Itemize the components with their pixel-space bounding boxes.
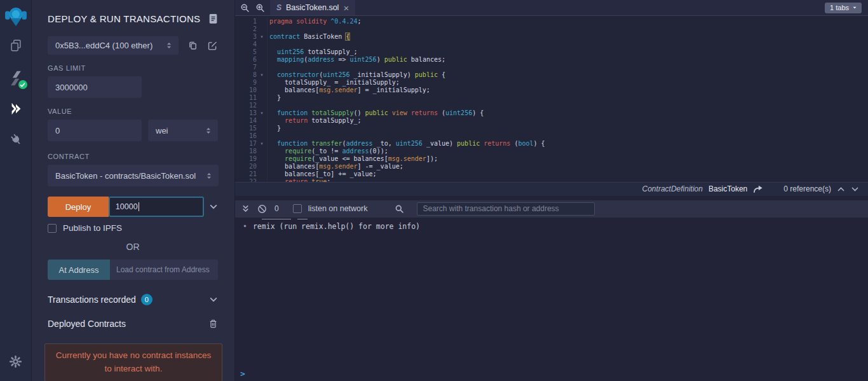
solidity-compiler-icon[interactable]: [0, 64, 32, 93]
panel-title: DEPLOY & RUN TRANSACTIONS: [48, 13, 200, 24]
fold-icon[interactable]: ▾: [257, 33, 267, 41]
line-number[interactable]: 17: [235, 140, 257, 148]
at-address-input[interactable]: [110, 260, 218, 280]
code-line[interactable]: 14 return totalSupply_;: [235, 117, 868, 125]
deploy-run-icon[interactable]: [0, 94, 32, 123]
line-number[interactable]: 20: [235, 163, 257, 170]
editor-area: S BasicToken.sol × 1 tabs 1pragma solidi…: [235, 0, 868, 381]
line-number[interactable]: 13: [235, 109, 257, 117]
line-number[interactable]: 12: [235, 102, 257, 109]
goto-definition-icon[interactable]: [753, 185, 763, 193]
listen-on-network-checkbox[interactable]: [293, 204, 302, 213]
tab-label: BasicToken.sol: [286, 3, 339, 12]
code-line[interactable]: 13▾ function totalSupply() public view r…: [235, 109, 868, 117]
publish-ipfs-checkbox[interactable]: [48, 224, 57, 233]
code-line[interactable]: 1pragma solidity ^0.4.24;: [235, 18, 868, 25]
zoom-in-icon[interactable]: [255, 3, 265, 13]
code-line[interactable]: 15 }: [235, 125, 868, 132]
node-name: BasicToken: [709, 184, 747, 193]
deploy-arg-input[interactable]: 10000: [109, 197, 204, 217]
settings-gear-icon[interactable]: [0, 347, 32, 376]
line-number[interactable]: 19: [235, 155, 257, 163]
code-line[interactable]: 2: [235, 25, 868, 33]
code-line[interactable]: 10 balances[msg.sender] = _initialSupply…: [235, 87, 868, 94]
document-icon[interactable]: [208, 13, 218, 24]
line-number[interactable]: 6: [235, 56, 257, 64]
chevron-down-icon[interactable]: [209, 202, 218, 211]
code-text: }: [267, 94, 868, 102]
gas-limit-label: GAS LIMIT: [48, 64, 218, 72]
chevron-down-icon[interactable]: [209, 295, 218, 304]
terminal-output[interactable]: • remix (run remix.help() for more info)…: [235, 218, 868, 381]
code-text: return true;: [267, 178, 868, 182]
fold-gutter: [257, 178, 267, 182]
line-number[interactable]: 21: [235, 170, 257, 178]
line-number[interactable]: 2: [235, 25, 257, 33]
fold-gutter: [257, 56, 267, 64]
line-number[interactable]: 1: [235, 18, 257, 25]
code-line[interactable]: 17▾ function transfer(address _to, uint2…: [235, 140, 868, 148]
value-unit-select[interactable]: wei: [148, 120, 218, 141]
fold-gutter: [257, 64, 267, 71]
code-line[interactable]: 6 mapping(address => uint256) public bal…: [235, 56, 868, 64]
value-input[interactable]: [48, 120, 142, 141]
line-number[interactable]: 5: [235, 48, 257, 56]
code-line[interactable]: 7: [235, 64, 868, 71]
line-number[interactable]: 10: [235, 87, 257, 94]
code-line[interactable]: 21 balances[_to] += _value;: [235, 170, 868, 178]
code-line[interactable]: 9 totalSupply_ = _initialSupply;: [235, 79, 868, 87]
icon-sidebar: [0, 0, 32, 381]
chevron-up-icon[interactable]: [837, 185, 845, 193]
line-number[interactable]: 18: [235, 148, 257, 155]
fold-icon[interactable]: ▾: [257, 140, 267, 148]
line-number[interactable]: 7: [235, 64, 257, 71]
code-editor[interactable]: 1pragma solidity ^0.4.24;23▾contract Bas…: [235, 16, 868, 182]
contract-select[interactable]: BasicToken - contracts/BasicToken.sol: [48, 165, 219, 186]
copy-icon[interactable]: [187, 40, 198, 51]
zoom-out-icon[interactable]: [240, 3, 250, 13]
code-line[interactable]: 12: [235, 102, 868, 109]
block-transactions-icon[interactable]: [257, 204, 267, 214]
transactions-recorded-label: Transactions recorded: [48, 294, 136, 305]
line-number[interactable]: 3: [235, 33, 257, 41]
tab-basictoken-sol[interactable]: S BasicToken.sol ×: [270, 0, 355, 15]
code-line[interactable]: 22 return true;: [235, 178, 868, 182]
code-line[interactable]: 4: [235, 41, 868, 48]
deploy-button[interactable]: Deploy: [48, 197, 109, 217]
fold-gutter: [257, 18, 267, 25]
code-line[interactable]: 8▾ constructor(uint256 _initialSupply) p…: [235, 71, 868, 79]
line-number[interactable]: 16: [235, 132, 257, 140]
plugin-icon[interactable]: [0, 125, 32, 154]
code-line[interactable]: 16: [235, 132, 868, 140]
collapse-terminal-icon[interactable]: [241, 204, 250, 213]
account-select[interactable]: 0x5B3...eddC4 (100 ether): [48, 36, 179, 55]
line-number[interactable]: 14: [235, 117, 257, 125]
at-address-button[interactable]: At Address: [48, 260, 110, 280]
line-number[interactable]: 4: [235, 41, 257, 48]
code-line[interactable]: 20 balances[msg.sender] -= _value;: [235, 163, 868, 170]
fold-gutter: [257, 48, 267, 56]
close-icon[interactable]: ×: [343, 3, 349, 13]
code-line[interactable]: 19 require(_value <= balances[msg.sender…: [235, 155, 868, 163]
tabs-count-dropdown[interactable]: 1 tabs: [825, 3, 862, 13]
remix-logo[interactable]: [0, 3, 32, 31]
stepper-icon: [204, 126, 213, 135]
line-number[interactable]: 8: [235, 71, 257, 79]
gas-limit-input[interactable]: [48, 76, 142, 98]
line-number[interactable]: 9: [235, 79, 257, 87]
code-line[interactable]: 11 }: [235, 94, 868, 102]
trash-icon[interactable]: [208, 319, 218, 329]
file-explorer-icon[interactable]: [0, 31, 32, 60]
fold-icon[interactable]: ▾: [257, 71, 267, 79]
code-line[interactable]: 18 require(_to != address(0));: [235, 148, 868, 155]
line-number[interactable]: 22: [235, 178, 257, 182]
code-line[interactable]: 3▾contract BasicToken {: [235, 33, 868, 41]
edit-icon[interactable]: [207, 40, 218, 51]
fold-icon[interactable]: ▾: [257, 109, 267, 117]
code-line[interactable]: 5 uint256 totalSupply_;: [235, 48, 868, 56]
line-number[interactable]: 11: [235, 94, 257, 102]
line-number[interactable]: 15: [235, 125, 257, 132]
chevron-down-icon[interactable]: [851, 185, 859, 193]
terminal-search-input[interactable]: [417, 202, 595, 216]
fold-gutter: [257, 102, 267, 109]
